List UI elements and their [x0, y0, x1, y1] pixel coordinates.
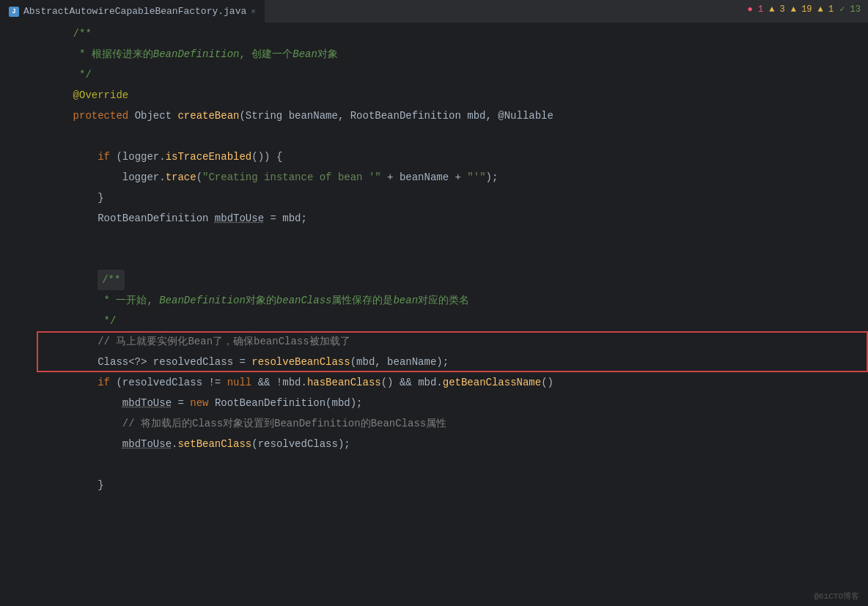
- gutter-line: [0, 352, 31, 372]
- gutter-line: [0, 23, 31, 44]
- code-text: () && mbd.: [381, 372, 443, 393]
- gutter-line: [0, 290, 31, 311]
- code-line-2: * 根据传进来的BeanDefinition, 创建一个Bean对象: [48, 44, 868, 64]
- code-text: [48, 270, 98, 290]
- watermark: @61CTO博客: [814, 591, 859, 602]
- code-text: (logger.: [116, 147, 165, 167]
- code-text: 属性保存的是: [331, 290, 393, 311]
- code-line-8: logger.trace("Creating instance of bean …: [48, 167, 868, 188]
- code-text: createBean: [177, 106, 239, 126]
- gutter-line: [0, 434, 31, 454]
- gutter-line: [0, 495, 31, 516]
- gutter-line: [0, 577, 31, 598]
- code-text: setBeanClass: [177, 434, 251, 454]
- gutter-line: [0, 372, 31, 393]
- code-text: RootBeanDefinition mbdToUse = mbd;: [48, 208, 307, 229]
- code-text: // 马上就要实例化Bean了，确保beanClass被加载了: [98, 331, 350, 352]
- code-line-9: }: [48, 188, 868, 208]
- code-line-20: // 将加载后的Class对象设置到BeanDefinition的BeanCla…: [48, 413, 868, 434]
- code-text: (resolvedClass);: [251, 434, 350, 454]
- gutter-line: [0, 167, 31, 188]
- code-text: hasBeanClass: [307, 372, 381, 393]
- code-text: bean: [393, 290, 418, 311]
- code-text: }: [48, 475, 104, 495]
- code-text: (resolvedClass !=: [116, 372, 227, 393]
- code-line-4: @Override: [48, 85, 868, 106]
- code-line-12: [48, 249, 868, 270]
- code-text: (mbd, beanName);: [350, 352, 449, 372]
- code-text: /**: [48, 23, 92, 44]
- code-text: (: [196, 167, 202, 188]
- code-line-3: */: [48, 64, 868, 85]
- gutter-line: [0, 557, 31, 577]
- gutter-line: [0, 393, 31, 413]
- code-text: "'": [467, 167, 485, 188]
- code-text: logger.: [48, 167, 166, 188]
- editor-container: /** * 根据传进来的BeanDefinition, 创建一个Bean对象 *…: [0, 23, 868, 606]
- gutter-line: [0, 229, 31, 249]
- code-text: mbdToUse.: [48, 434, 177, 454]
- gutter-line: [0, 44, 31, 64]
- code-text: }: [48, 188, 104, 208]
- code-line-23: }: [48, 475, 868, 495]
- code-text: Bean: [293, 44, 317, 64]
- code-line-5: protected Object createBean(String beanN…: [48, 106, 868, 126]
- code-text: [48, 331, 98, 352]
- code-line-10: RootBeanDefinition mbdToUse = mbd;: [48, 208, 868, 229]
- code-line-7: if (logger.isTraceEnabled()) {: [48, 147, 868, 167]
- file-tab[interactable]: J AbstractAutowireCapableBeanFactory.jav…: [0, 0, 265, 23]
- code-text: , 创建一个: [239, 44, 293, 64]
- code-text: protected: [48, 106, 135, 126]
- line-gutter: [0, 23, 37, 606]
- code-line-16: 💡 // 马上就要实例化Bean了，确保beanClass被加载了: [48, 331, 868, 352]
- warn1-indicator: ▲ 3: [769, 4, 785, 15]
- gutter-line: [0, 454, 31, 475]
- gutter-line: [0, 188, 31, 208]
- gutter-line: [0, 106, 31, 126]
- code-line-21: mbdToUse.setBeanClass(resolvedClass);: [48, 434, 868, 454]
- code-text: resolveBeanClass: [251, 352, 350, 372]
- code-text: ()) {: [251, 147, 282, 167]
- tab-close-button[interactable]: ×: [251, 7, 256, 16]
- code-text: @Override: [48, 85, 128, 106]
- code-text: if: [48, 372, 116, 393]
- error-indicator: ● 1: [748, 4, 764, 15]
- gutter-line: [0, 516, 31, 536]
- code-text: null: [227, 372, 252, 393]
- code-text: /**: [102, 274, 120, 286]
- code-text: isTraceEnabled: [166, 147, 252, 167]
- code-text: 对应的类名: [418, 290, 469, 311]
- code-text: BeanDefinition: [153, 44, 240, 64]
- code-text: beanClass: [276, 290, 332, 311]
- gutter-line: [0, 249, 31, 270]
- code-text: * 一开始,: [48, 290, 159, 311]
- code-text: );: [486, 167, 499, 188]
- code-line-18: if (resolvedClass != null && !mbd.hasBea…: [48, 372, 868, 393]
- gutter-line: [0, 208, 31, 229]
- gutter-line: [0, 85, 31, 106]
- code-text: */: [48, 311, 116, 331]
- gutter-line: [0, 475, 31, 495]
- tab-label: AbstractAutowireCapableBeanFactory.java: [23, 6, 246, 17]
- code-text: "Creating instance of bean '": [202, 167, 381, 188]
- code-text: 对象: [317, 44, 338, 64]
- code-line-17: Class<?> resolvedClass = resolveBeanClas…: [48, 352, 868, 372]
- code-line-11: [48, 229, 868, 249]
- code-line-6: [48, 126, 868, 147]
- code-line-14: * 一开始, BeanDefinition对象的beanClass属性保存的是b…: [48, 290, 868, 311]
- code-text: RootBeanDefinition(mbd);: [215, 393, 363, 413]
- code-line-13: /**: [48, 270, 868, 290]
- code-text: Class<?> resolvedClass =: [48, 352, 251, 372]
- indicators-bar: ● 1 ▲ 3 ▲ 19 ▲ 1 ✓ 13: [748, 4, 861, 15]
- code-editor[interactable]: /** * 根据传进来的BeanDefinition, 创建一个Bean对象 *…: [37, 23, 868, 606]
- code-line-22: [48, 454, 868, 475]
- code-text: new: [190, 393, 215, 413]
- code-text: */: [48, 64, 92, 85]
- code-text: && !mbd.: [251, 372, 307, 393]
- gutter-line: [0, 147, 31, 167]
- code-text: trace: [166, 167, 196, 188]
- code-text: Object: [135, 106, 178, 126]
- code-line-15: */: [48, 311, 868, 331]
- code-text: * 根据传进来的: [48, 44, 153, 64]
- file-icon: J: [9, 7, 19, 17]
